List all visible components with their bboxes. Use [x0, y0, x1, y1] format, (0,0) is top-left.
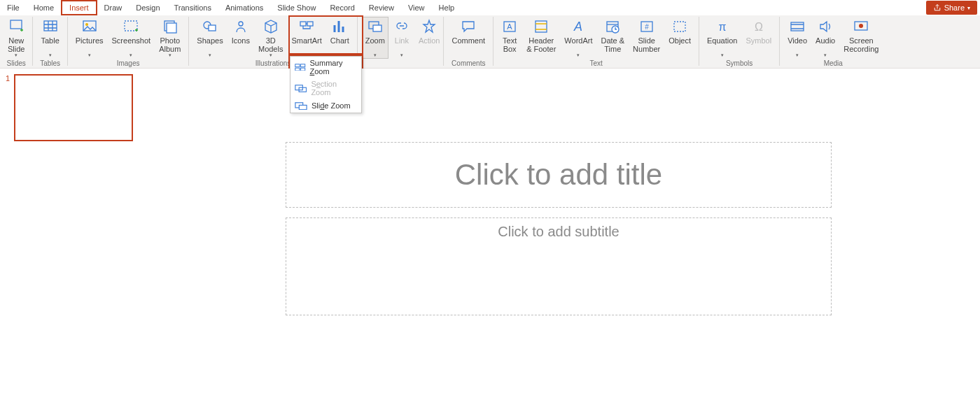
zoom-menu-slide[interactable]: Slide Zoom	[290, 99, 361, 113]
tab-view[interactable]: View	[401, 0, 432, 15]
tab-file[interactable]: File	[0, 0, 27, 15]
header-footer-icon	[533, 18, 550, 35]
header-footer-button[interactable]: Header& Footer	[523, 17, 559, 55]
smartart-icon	[298, 18, 315, 35]
chart-icon	[331, 18, 348, 35]
chevron-down-icon: ▾	[824, 53, 827, 57]
video-button[interactable]: Video ▾	[784, 17, 811, 59]
zoom-menu-summary[interactable]: Summary Zoom	[290, 57, 361, 78]
svg-rect-29	[301, 64, 305, 66]
tab-review[interactable]: Review	[362, 0, 401, 15]
svg-text:π: π	[718, 21, 726, 33]
cube-icon	[262, 18, 279, 35]
chevron-down-icon: ▾	[169, 53, 172, 57]
summary-zoom-icon	[295, 62, 306, 72]
slide-number-icon: #	[638, 18, 655, 35]
audio-button[interactable]: Audio ▾	[812, 17, 839, 59]
slide-thumbnail-1[interactable]	[14, 74, 133, 141]
tab-home[interactable]: Home	[27, 0, 61, 15]
group-images: Pictures ▾ Screenshot ▾ PhotoAlbum ▾ Ima…	[68, 15, 189, 68]
screenshot-icon	[122, 18, 139, 35]
tab-transitions[interactable]: Transitions	[167, 0, 218, 15]
share-label: Share	[944, 3, 965, 12]
tab-animations[interactable]: Animations	[218, 0, 270, 15]
chevron-down-icon: ▾	[270, 53, 272, 57]
link-button: Link ▾	[390, 17, 414, 59]
slide-number-button[interactable]: # SlideNumber	[629, 17, 664, 55]
shapes-button[interactable]: Shapes ▾	[193, 17, 226, 59]
group-label-symbols: Symbols	[726, 59, 752, 68]
svg-text:A: A	[573, 20, 582, 34]
chart-button[interactable]: Chart	[327, 17, 353, 55]
video-icon	[789, 18, 806, 35]
svg-rect-0	[10, 20, 22, 29]
equation-button[interactable]: π Equation ▾	[704, 17, 741, 59]
title-placeholder[interactable]: Click to add title	[286, 142, 832, 208]
wordart-icon: A	[570, 18, 587, 35]
zoom-dropdown-menu: Summary Zoom Section Zoom Slide Zoom	[290, 56, 362, 113]
chevron-down-icon: ▾	[88, 53, 91, 57]
chevron-down-icon: ▾	[967, 5, 970, 11]
wordart-button[interactable]: A WordArt ▾	[561, 17, 596, 59]
new-slide-icon	[8, 18, 24, 35]
new-slide-button[interactable]: NewSlide ▾	[4, 17, 28, 59]
zoom-menu-section: Section Zoom	[290, 78, 361, 99]
comment-icon	[460, 18, 477, 35]
table-button[interactable]: Table ▾	[37, 17, 62, 59]
chevron-down-icon: ▾	[577, 53, 580, 57]
slide-canvas[interactable]: Click to add title Click to add subtitle	[139, 69, 980, 414]
svg-text:Ω: Ω	[755, 21, 763, 33]
equation-icon: π	[714, 18, 731, 35]
subtitle-placeholder[interactable]: Click to add subtitle	[286, 217, 832, 315]
group-links: Zoom ▾ Link ▾ Action	[358, 15, 444, 68]
icons-button[interactable]: Icons	[228, 17, 253, 55]
table-icon	[42, 18, 59, 35]
svg-rect-28	[295, 64, 300, 66]
chevron-down-icon: ▾	[49, 53, 52, 57]
smartart-button[interactable]: SmartArt	[288, 17, 325, 55]
screen-recording-button[interactable]: ScreenRecording	[840, 17, 882, 55]
svg-rect-35	[299, 105, 307, 109]
screenshot-button[interactable]: Screenshot ▾	[108, 17, 155, 59]
object-button[interactable]: Object	[665, 17, 694, 55]
date-time-icon	[604, 18, 621, 35]
icons-icon	[232, 18, 249, 35]
tab-insert[interactable]: Insert	[61, 0, 97, 15]
photo-album-button[interactable]: PhotoAlbum ▾	[155, 17, 184, 59]
chevron-down-icon: ▾	[209, 53, 211, 57]
tab-draw[interactable]: Draw	[97, 0, 130, 15]
screen-recording-icon	[853, 18, 869, 35]
slide[interactable]: Click to add title Click to add subtitle	[286, 72, 832, 387]
svg-rect-10	[300, 22, 306, 26]
slide-thumbnail-panel[interactable]: 1	[0, 69, 139, 414]
text-box-button[interactable]: A TextBox	[498, 17, 522, 55]
svg-point-3	[85, 23, 88, 26]
svg-rect-31	[301, 68, 305, 71]
chevron-down-icon: ▾	[15, 53, 18, 57]
object-icon	[671, 18, 688, 35]
zoom-button[interactable]: Zoom ▾	[362, 17, 388, 59]
group-label-tables: Tables	[40, 59, 60, 68]
svg-rect-22	[674, 22, 685, 31]
text-box-icon: A	[501, 18, 518, 35]
pictures-button[interactable]: Pictures ▾	[72, 17, 107, 59]
share-button[interactable]: Share ▾	[926, 1, 977, 15]
chevron-down-icon: ▾	[374, 53, 377, 57]
tab-help[interactable]: Help	[432, 0, 462, 15]
date-time-button[interactable]: Date &Time	[597, 17, 628, 55]
svg-rect-13	[373, 25, 382, 31]
group-text: A TextBox Header& Footer A WordArt ▾	[493, 15, 699, 68]
group-label-images: Images	[117, 59, 140, 68]
group-label-illustrations: Illustrations	[255, 59, 291, 68]
tab-slideshow[interactable]: Slide Show	[270, 0, 323, 15]
3d-models-button[interactable]: 3DModels ▾	[255, 17, 286, 59]
group-symbols: π Equation ▾ Ω Symbol Symbols	[699, 15, 779, 68]
symbol-button: Ω Symbol	[742, 17, 775, 55]
comment-button[interactable]: Comment	[448, 17, 489, 55]
tab-record[interactable]: Record	[323, 0, 361, 15]
tab-design[interactable]: Design	[129, 0, 167, 15]
group-label-media: Media	[824, 59, 843, 68]
svg-rect-1	[44, 21, 57, 31]
workspace: 1 Click to add title Click to add subtit…	[0, 69, 980, 414]
chevron-down-icon: ▾	[721, 53, 724, 57]
